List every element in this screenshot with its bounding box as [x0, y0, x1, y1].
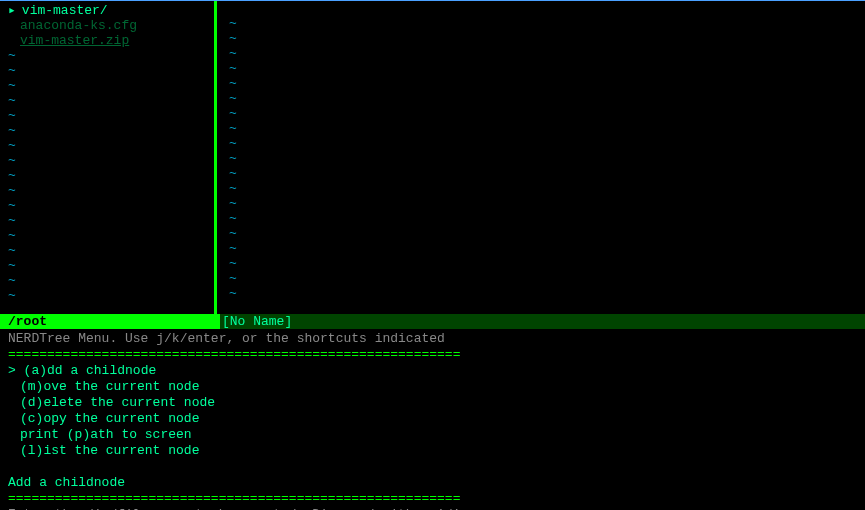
tilde-line: ~	[0, 78, 214, 93]
tilde-line: ~	[0, 153, 214, 168]
menu-item-print-path[interactable]: print (p)ath to screen	[8, 427, 865, 443]
tilde-line: ~	[221, 256, 865, 271]
tilde-line: ~	[221, 76, 865, 91]
tilde-line: ~	[221, 196, 865, 211]
tilde-line: ~	[221, 16, 865, 31]
tree-dir-name: vim-master/	[22, 3, 108, 18]
tilde-line: ~	[0, 48, 214, 63]
tilde-line: ~	[0, 123, 214, 138]
menu-item-move[interactable]: (m)ove the current node	[8, 379, 865, 395]
nerdtree-pane[interactable]: ▸vim-master/ anaconda-ks.cfg vim-master.…	[0, 1, 217, 314]
tilde-line: ~	[221, 61, 865, 76]
tilde-line: ~	[0, 183, 214, 198]
tilde-line: ~	[221, 46, 865, 61]
editor-tildes: ~ ~ ~ ~ ~ ~ ~ ~ ~ ~ ~ ~ ~ ~ ~ ~ ~ ~ ~	[217, 1, 865, 301]
action-label: Add a childnode	[8, 475, 865, 491]
tilde-line: ~	[221, 166, 865, 181]
tilde-line: ~	[0, 168, 214, 183]
tilde-line: ~	[221, 271, 865, 286]
editor-pane[interactable]: ~ ~ ~ ~ ~ ~ ~ ~ ~ ~ ~ ~ ~ ~ ~ ~ ~ ~ ~	[217, 1, 865, 314]
tilde-line	[221, 1, 865, 16]
tilde-line: ~	[0, 198, 214, 213]
tilde-line: ~	[0, 63, 214, 78]
tilde-line: ~	[0, 243, 214, 258]
tilde-line: ~	[0, 93, 214, 108]
menu-item-delete[interactable]: (d)elete the current node	[8, 395, 865, 411]
nerdtree-menu: NERDTree Menu. Use j/k/enter, or the sho…	[0, 329, 865, 510]
tilde-line: ~	[0, 228, 214, 243]
menu-separator: ========================================…	[8, 347, 865, 363]
tilde-line: ~	[221, 106, 865, 121]
tilde-line: ~	[0, 138, 214, 153]
menu-item-copy[interactable]: (c)opy the current node	[8, 411, 865, 427]
tilde-line: ~	[221, 121, 865, 136]
tilde-line: ~	[221, 241, 865, 256]
tilde-line: ~	[221, 151, 865, 166]
tree-items: ▸vim-master/ anaconda-ks.cfg vim-master.…	[0, 1, 214, 48]
status-left-path: /root	[0, 314, 220, 329]
nerdtree-tildes: ~ ~ ~ ~ ~ ~ ~ ~ ~ ~ ~ ~ ~ ~ ~ ~ ~	[0, 48, 214, 303]
tilde-line: ~	[221, 286, 865, 301]
tilde-line: ~	[221, 211, 865, 226]
tilde-line: ~	[0, 213, 214, 228]
tree-directory[interactable]: ▸vim-master/	[8, 3, 214, 18]
tilde-line: ~	[221, 181, 865, 196]
tilde-line: ~	[0, 288, 214, 303]
menu-item-add[interactable]: (a)dd a childnode	[8, 363, 865, 379]
tilde-line: ~	[0, 108, 214, 123]
menu-title: NERDTree Menu. Use j/k/enter, or the sho…	[8, 331, 865, 347]
tilde-line: ~	[0, 273, 214, 288]
tilde-line: ~	[221, 31, 865, 46]
tilde-line: ~	[0, 258, 214, 273]
menu-item-list[interactable]: (l)ist the current node	[8, 443, 865, 459]
tilde-line: ~	[221, 91, 865, 106]
tilde-line: ~	[221, 136, 865, 151]
status-bar: /root [No Name]	[0, 314, 865, 329]
chevron-right-icon: ▸	[8, 3, 16, 18]
top-panes: ▸vim-master/ anaconda-ks.cfg vim-master.…	[0, 1, 865, 314]
menu-separator: ========================================…	[8, 491, 865, 507]
tilde-line: ~	[221, 226, 865, 241]
tree-file[interactable]: vim-master.zip	[8, 33, 214, 48]
status-right-buffer: [No Name]	[220, 314, 865, 329]
tree-file[interactable]: anaconda-ks.cfg	[8, 18, 214, 33]
